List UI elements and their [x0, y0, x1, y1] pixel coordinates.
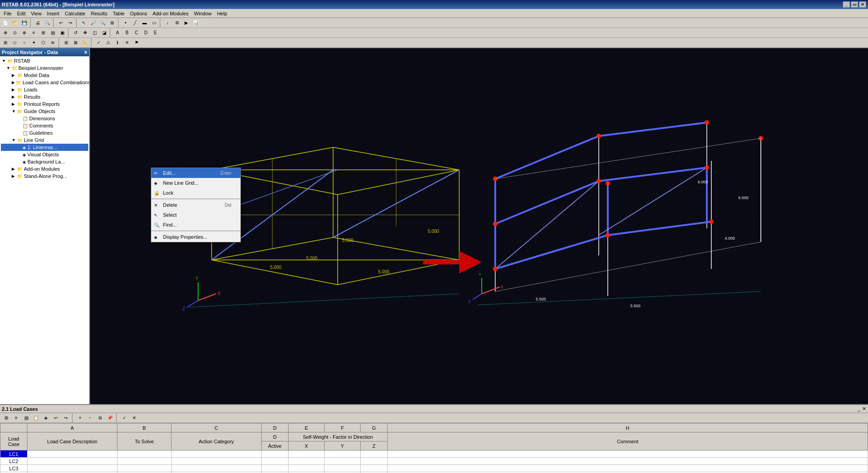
tree-load-cases[interactable]: ▶ 📁 Load Cases and Combinations	[1, 79, 88, 86]
tb-line[interactable]: ╱	[131, 18, 140, 27]
tree-root[interactable]: ▼ 📁 RSTAB	[1, 57, 88, 64]
menu-options[interactable]: Options	[127, 10, 150, 17]
menu-edit[interactable]: Edit	[14, 10, 28, 17]
tb-preview[interactable]: 🔍	[43, 18, 52, 27]
tb2-b[interactable]: B	[122, 28, 131, 37]
table-container[interactable]: A B C D E F G H Load Case Load Case Desc…	[0, 423, 868, 473]
tb2-c[interactable]: C	[132, 28, 141, 37]
tree-line-grid[interactable]: ▼ 📁 Line Grid	[1, 136, 88, 144]
cell-lc2-y[interactable]	[325, 458, 361, 465]
btb-7[interactable]: ↪	[61, 414, 70, 423]
ctx-select[interactable]: ↖ Select	[151, 210, 240, 220]
cell-lc3-x[interactable]	[289, 465, 325, 472]
tb2-view-3d[interactable]: ◪	[99, 28, 108, 37]
tree-comments[interactable]: 📋 Comments	[1, 122, 88, 129]
btb-3[interactable]: ▤	[22, 414, 31, 423]
cell-lc2-solve[interactable]	[118, 458, 172, 465]
tb2-view-front[interactable]: ◫	[90, 28, 99, 37]
tb2-2[interactable]: ⊙	[10, 28, 19, 37]
cell-lc1-x[interactable]	[289, 450, 325, 458]
tb3-warn[interactable]: ⚠	[104, 38, 113, 47]
tree-addon-modules[interactable]: ▶ 📁 Add-on Modules	[1, 165, 88, 173]
restore-button[interactable]: ▭	[851, 1, 858, 8]
tb3-snap-2[interactable]: ◇	[10, 38, 19, 47]
cell-lc3-solve[interactable]	[118, 465, 172, 472]
menu-view[interactable]: View	[28, 10, 45, 17]
ctx-display-properties[interactable]: ◈ Display Properties...	[151, 232, 240, 242]
tb-settings[interactable]: ⚙	[172, 18, 181, 27]
cell-lc2-action[interactable]	[172, 458, 262, 465]
close-button[interactable]: ✕	[859, 1, 866, 8]
tb2-1[interactable]: ⊕	[1, 28, 10, 37]
tb3-snap-5[interactable]: ⬡	[39, 38, 48, 47]
tb-surface[interactable]: ▭	[149, 18, 158, 27]
table-row[interactable]: LC3	[0, 465, 868, 472]
ctx-edit[interactable]: ✏ Edit... Enter	[151, 168, 240, 178]
tb2-3[interactable]: ⊗	[20, 28, 29, 37]
table-row[interactable]: LC2	[0, 458, 868, 465]
btb-2[interactable]: ≡	[12, 414, 21, 423]
menu-results[interactable]: Results	[88, 10, 110, 17]
btb-add[interactable]: +	[76, 414, 85, 423]
btb-paste[interactable]: 📌	[105, 414, 114, 423]
tb3-snap-6[interactable]: ≋	[48, 38, 57, 47]
cell-lc1-action[interactable]	[172, 450, 262, 458]
tb-zoom-in[interactable]: 🔎	[89, 18, 98, 27]
tb3-info[interactable]: ℹ	[113, 38, 122, 47]
tb-new[interactable]: 📄	[1, 18, 10, 27]
cell-lc3-active[interactable]	[262, 465, 289, 472]
ctx-find[interactable]: 🔍 Find...	[151, 220, 240, 230]
menu-table[interactable]: Table	[110, 10, 127, 17]
tb3-measure[interactable]: 📐	[81, 38, 90, 47]
tree-dimensions[interactable]: 📋 Dimensions	[1, 115, 88, 122]
tb2-pan[interactable]: ✥	[81, 28, 90, 37]
tree-project[interactable]: ▼ 📁 Beispiel Linienraster	[1, 64, 88, 72]
tb3-check[interactable]: ✓	[94, 38, 103, 47]
tb-print[interactable]: 🖨	[33, 18, 42, 27]
ctx-new-line-grid[interactable]: ◈ New Line Grid...	[151, 178, 240, 188]
menu-window[interactable]: Window	[191, 10, 214, 17]
tb-redo[interactable]: ↪	[66, 18, 75, 27]
tb3-cross[interactable]: ✕	[122, 38, 131, 47]
cell-lc1-z[interactable]	[361, 450, 388, 458]
tb-zoom-all[interactable]: ⊞	[108, 18, 117, 27]
cell-lc1-comment[interactable]	[388, 450, 868, 458]
cell-lc3-desc[interactable]	[27, 465, 118, 472]
tb-results-view[interactable]: 📊	[191, 18, 200, 27]
cell-lc1-y[interactable]	[325, 450, 361, 458]
tree-printout[interactable]: ▶ 📁 Printout Reports	[1, 100, 88, 108]
tb-save[interactable]: 💾	[20, 18, 29, 27]
tree-guide-objects[interactable]: ▼ 📁 Guide Objects	[1, 108, 88, 115]
menu-addon[interactable]: Add-on Modules	[150, 10, 191, 17]
cell-lc2-desc[interactable]	[27, 458, 118, 465]
tb-open[interactable]: 📂	[10, 18, 19, 27]
cell-lc3-action[interactable]	[172, 465, 262, 472]
btb-copy[interactable]: ⧉	[95, 414, 104, 423]
tree-loads[interactable]: ▶ 📁 Loads	[1, 86, 88, 93]
menu-help[interactable]: Help	[214, 10, 230, 17]
menu-insert[interactable]: Insert	[44, 10, 62, 17]
tb2-a[interactable]: A	[113, 28, 122, 37]
tb2-d[interactable]: D	[141, 28, 150, 37]
tree-model-data[interactable]: ▶ 📁 Model Data	[1, 72, 88, 79]
cell-lc3-z[interactable]	[361, 465, 388, 472]
tb-node[interactable]: •	[121, 18, 130, 27]
tb2-e[interactable]: E	[151, 28, 160, 37]
cell-lc1-desc[interactable]	[27, 450, 118, 458]
cell-lc3-y[interactable]	[325, 465, 361, 472]
tb2-4[interactable]: ≡	[29, 28, 38, 37]
tb3-flag[interactable]: ⚑	[132, 38, 141, 47]
cell-lc2-active[interactable]	[262, 458, 289, 465]
tree-background-la[interactable]: ◈ Background La...	[1, 158, 88, 165]
ctx-delete[interactable]: ✕ Delete Del	[151, 200, 240, 210]
cell-lc1-solve[interactable]	[118, 450, 172, 458]
tb-calc[interactable]: ▶	[182, 18, 191, 27]
btb-1[interactable]: ⊞	[2, 414, 11, 423]
btb-4[interactable]: 📋	[32, 414, 41, 423]
cell-lc1-active[interactable]	[262, 450, 289, 458]
cell-lc3-comment[interactable]	[388, 465, 868, 472]
tb3-grid[interactable]: ⊞	[62, 38, 71, 47]
bottom-close-button[interactable]: ✕	[862, 406, 866, 412]
btb-6[interactable]: ↩	[51, 414, 60, 423]
tree-guidelines[interactable]: 📋 Guidelines	[1, 129, 88, 136]
